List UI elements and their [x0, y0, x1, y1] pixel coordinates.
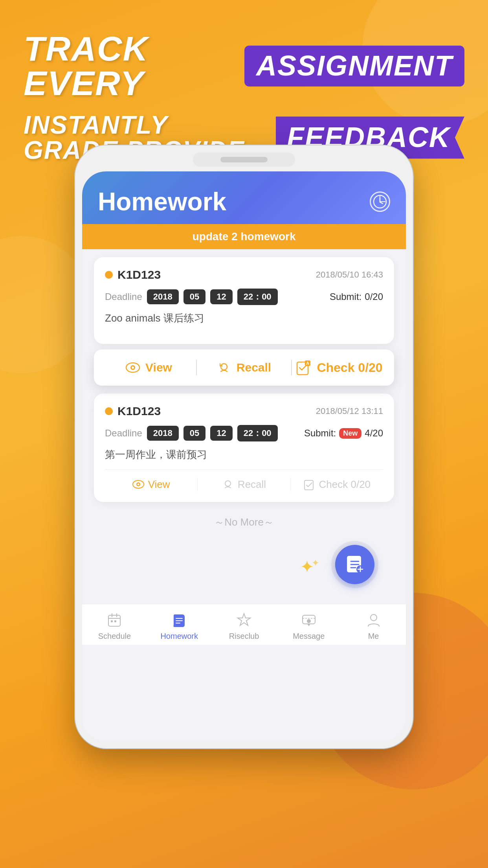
view-button-1[interactable]: View	[102, 361, 196, 374]
chip-time-2: 22：00	[237, 425, 278, 441]
nav-label-message: Message	[293, 632, 325, 641]
svg-text:A: A	[306, 361, 309, 366]
update-banner: update 2 homework	[82, 224, 406, 249]
svg-rect-14	[305, 480, 313, 490]
homework-card-2[interactable]: K1D123 2018/05/12 13:11 Deadline 2018 05…	[94, 394, 394, 502]
check-button-1[interactable]: A Check 0/20	[292, 360, 386, 375]
chip-year-2: 2018	[147, 426, 179, 441]
bottom-nav: Schedule Homework	[82, 604, 406, 645]
svg-point-34	[307, 619, 311, 623]
add-homework-icon	[343, 553, 367, 576]
svg-rect-26	[111, 620, 113, 622]
chip-month-1: 05	[183, 289, 205, 304]
new-badge: New	[339, 428, 361, 439]
phone-screen: Homework update 2 homework	[82, 171, 406, 741]
chip-day-2: 12	[210, 426, 232, 441]
card-1-class: K1D123	[105, 268, 161, 281]
card-1-class-name: K1D123	[117, 268, 161, 281]
fab-area: ✦ ✦	[94, 537, 394, 596]
nav-label-riseclub: Riseclub	[229, 632, 259, 641]
action-row-card-2: View Recall	[105, 469, 383, 491]
submit-value-1: 0/20	[365, 291, 383, 302]
card-1-header: K1D123 2018/05/10 16:43	[105, 268, 383, 281]
svg-point-13	[225, 481, 231, 486]
card-2-description: 第一周作业，课前预习	[105, 448, 383, 462]
schedule-icon	[105, 611, 124, 629]
svg-point-35	[371, 614, 377, 621]
hero-line1: TRACK EVERY ASSIGNMENT	[24, 31, 464, 101]
cards-container: K1D123 2018/05/10 16:43 Deadline 2018 05…	[82, 249, 406, 604]
fab-wrapper	[331, 541, 378, 588]
submit-info-2: Submit: New 4/20	[304, 428, 383, 439]
svg-point-5	[132, 366, 134, 369]
nav-item-me[interactable]: Me	[341, 611, 406, 641]
card-2-class: K1D123	[105, 405, 161, 418]
hero-text-area: TRACK EVERY ASSIGNMENT INSTANTLY GRADE,P…	[24, 31, 464, 163]
chip-day-1: 12	[210, 289, 232, 304]
nav-item-schedule[interactable]: Schedule	[82, 611, 147, 641]
svg-rect-27	[114, 620, 116, 622]
hero-badge-1: ASSIGNMENT	[244, 46, 464, 86]
sparkle-tiny: ✦	[312, 557, 319, 568]
app-title: Homework	[98, 187, 226, 216]
nav-item-riseclub[interactable]: Riseclub	[212, 611, 277, 641]
message-icon	[299, 611, 318, 629]
chip-time-1: 22：00	[237, 289, 278, 305]
app-header: Homework update 2 homework	[82, 171, 406, 249]
app-header-top: Homework	[98, 187, 390, 216]
recall-button-2[interactable]: Recall	[198, 478, 290, 491]
phone-outer: Homework update 2 homework	[75, 145, 413, 748]
add-homework-button[interactable]	[335, 545, 374, 584]
card-1-deadline: Deadline 2018 05 12 22：00 Submit: 0/20	[105, 289, 383, 305]
submit-info-1: Submit: 0/20	[330, 291, 383, 302]
card-2-deadline: Deadline 2018 05 12 22：00 Submit: New 4/…	[105, 425, 383, 441]
nav-label-me: Me	[368, 632, 379, 641]
card-1-description: Zoo animals 课后练习	[105, 311, 383, 325]
submit-label-1: Submit:	[330, 291, 361, 302]
nav-label-schedule: Schedule	[98, 632, 131, 641]
nav-item-homework[interactable]: Homework	[147, 611, 212, 641]
recall-label-2: Recall	[238, 478, 266, 491]
submit-value-2: 4/20	[365, 428, 383, 439]
submit-label-2: Submit:	[304, 428, 336, 439]
homework-icon	[170, 611, 189, 629]
fab-background	[331, 541, 378, 588]
check-label-2: Check 0/20	[319, 478, 371, 491]
card-2-header: K1D123 2018/05/12 13:11	[105, 405, 383, 418]
view-button-2[interactable]: View	[105, 478, 197, 491]
deadline-label-1: Deadline	[105, 291, 142, 302]
notch-pill	[220, 157, 268, 162]
chip-month-2: 05	[183, 426, 205, 441]
svg-point-12	[137, 484, 139, 485]
phone-mockup: Homework update 2 homework	[75, 145, 413, 748]
chip-year-1: 2018	[147, 289, 179, 304]
card-1-timestamp: 2018/05/10 16:43	[316, 270, 383, 280]
phone-notch	[193, 153, 295, 167]
me-icon	[364, 611, 383, 629]
deadline-label-2: Deadline	[105, 428, 142, 439]
card-2-class-name: K1D123	[117, 405, 161, 418]
hero-plain-1: TRACK EVERY	[24, 31, 237, 101]
clock-icon[interactable]	[370, 191, 390, 212]
action-row-highlight: View Recall	[94, 349, 394, 386]
riseclub-icon	[235, 611, 253, 629]
svg-point-6	[221, 364, 227, 370]
svg-marker-31	[238, 614, 250, 625]
check-button-2[interactable]: Check 0/20	[291, 478, 383, 491]
recall-button-1[interactable]: Recall	[197, 360, 291, 375]
view-label-2: View	[148, 478, 170, 491]
homework-card-1[interactable]: K1D123 2018/05/10 16:43 Deadline 2018 05…	[94, 257, 394, 344]
svg-point-0	[374, 195, 386, 208]
no-more-text: ～No More～	[94, 511, 394, 537]
nav-label-homework: Homework	[160, 632, 198, 641]
card-2-timestamp: 2018/05/12 13:11	[316, 406, 383, 416]
class-dot-2	[105, 407, 113, 415]
class-dot-1	[105, 271, 113, 279]
nav-item-message[interactable]: Message	[276, 611, 341, 641]
svg-line-2	[380, 202, 383, 204]
